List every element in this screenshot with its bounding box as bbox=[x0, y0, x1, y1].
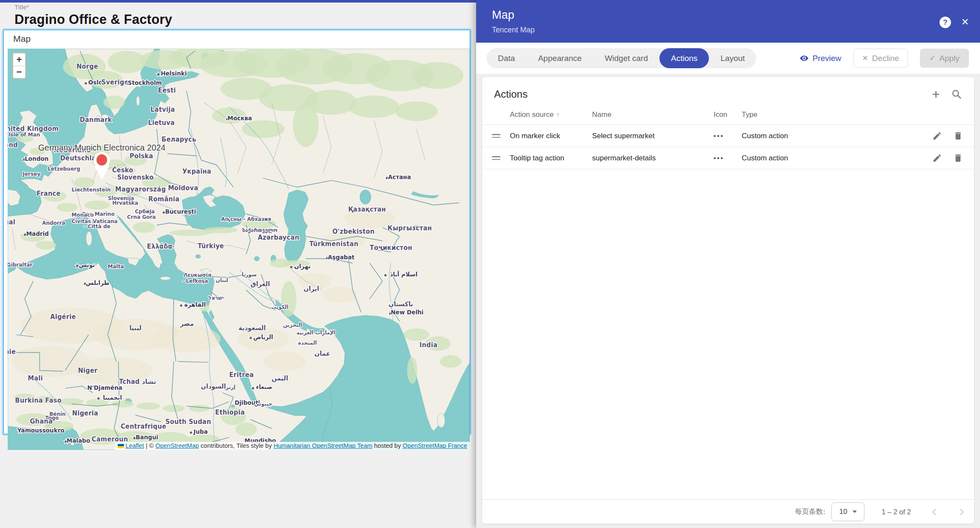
capital-star-icon: ★ bbox=[96, 395, 101, 400]
map-place-label: Eesti bbox=[158, 86, 176, 93]
map-place-label: London bbox=[25, 155, 49, 162]
drag-handle-icon[interactable] bbox=[492, 154, 500, 162]
marker-dot bbox=[96, 154, 107, 165]
map-place-label: السودان bbox=[201, 383, 226, 390]
map-place-label: nie bbox=[8, 348, 16, 355]
paginator: 每页条数: 10 1 – 2 of 2 bbox=[482, 499, 974, 524]
action-name-cell: supermarket-details bbox=[592, 154, 714, 162]
tab-layout[interactable]: Layout bbox=[709, 48, 756, 68]
action-row[interactable]: On marker click Select supermarket ••• C… bbox=[482, 125, 974, 147]
hot-team-link[interactable]: Humanitarian OpenStreetMap Team bbox=[274, 442, 373, 449]
action-row[interactable]: Tooltip tag action supermarket-details •… bbox=[482, 147, 974, 169]
map-place-label: Monaco bbox=[72, 212, 94, 218]
column-name[interactable]: Name bbox=[592, 110, 714, 119]
tab-data[interactable]: Data bbox=[486, 48, 526, 68]
map-place-label: Mali bbox=[28, 374, 43, 381]
decline-x-icon: ✕ bbox=[862, 54, 868, 63]
edit-action-icon[interactable] bbox=[932, 153, 942, 163]
search-icon[interactable] bbox=[951, 89, 962, 100]
delete-action-icon[interactable] bbox=[953, 131, 963, 141]
delete-action-icon[interactable] bbox=[953, 153, 963, 163]
map-place-label: اسلام آباد bbox=[390, 271, 417, 278]
map-place-label: ايران bbox=[304, 285, 319, 293]
map-place-label: سوريا bbox=[242, 272, 257, 278]
map-place-label: O'zbekiston bbox=[332, 227, 375, 235]
map-place-label: Norge bbox=[76, 63, 98, 70]
actions-table-header: Action source↑ Name Icon Type bbox=[482, 104, 974, 125]
map-place-label: gal bbox=[8, 218, 15, 225]
map-place-label: Аҧсны - Абхазия bbox=[221, 216, 271, 222]
map-place-label: Bangui bbox=[136, 434, 158, 441]
map-place-label: Stockholm bbox=[128, 79, 162, 86]
capital-star-icon: ★ bbox=[179, 302, 183, 308]
decline-button[interactable]: ✕ Decline bbox=[853, 49, 908, 68]
map-place-label: Србија bbox=[135, 208, 155, 214]
column-action-source[interactable]: Action source↑ bbox=[510, 110, 592, 119]
marker-tooltip-label: Germany Munich Electronica 2024 bbox=[38, 142, 165, 152]
action-source-cell: Tooltip tag action bbox=[510, 154, 592, 162]
capital-star-icon: ★ bbox=[156, 72, 161, 77]
map-place-label: ليبيا bbox=[129, 324, 142, 331]
map-place-label: Latvija bbox=[150, 105, 175, 113]
widget-title: Map bbox=[13, 34, 31, 44]
map-place-label: Niger bbox=[78, 366, 98, 374]
action-type-cell: Custom action bbox=[742, 154, 923, 162]
map-place-label: Türkmenistan bbox=[309, 240, 358, 247]
map-container[interactable]: Norge★OsloSverige★Stockholm★HelsinkiEest… bbox=[8, 49, 470, 450]
close-icon[interactable]: ✕ bbox=[959, 16, 971, 28]
more-horiz-icon: ••• bbox=[714, 132, 724, 139]
map-place-label: N'Djaména bbox=[87, 384, 122, 391]
map-place-label: Ghana bbox=[30, 418, 53, 425]
tab-appearance[interactable]: Appearance bbox=[526, 48, 593, 68]
tab-widget-card[interactable]: Widget card bbox=[593, 48, 659, 68]
map-attribution: Leaflet | © OpenStreetMap contributors, … bbox=[115, 442, 470, 450]
map-canvas[interactable]: Norge★OsloSverige★Stockholm★HelsinkiEest… bbox=[8, 49, 470, 450]
apply-button[interactable]: ✓ Apply bbox=[920, 49, 969, 68]
capital-star-icon: ★ bbox=[289, 264, 293, 269]
edit-action-icon[interactable] bbox=[932, 131, 942, 141]
map-place-label: البحرين bbox=[283, 322, 302, 328]
decline-label: Decline bbox=[872, 54, 899, 63]
apply-label: Apply bbox=[939, 54, 960, 63]
map-place-label: Астана bbox=[388, 174, 411, 180]
add-action-icon[interactable]: + bbox=[932, 89, 940, 99]
map-place-label: اليمن bbox=[272, 374, 288, 382]
map-place-label: Crna Gora bbox=[127, 214, 156, 220]
items-per-page-select[interactable]: 10 bbox=[831, 502, 864, 521]
tab-actions[interactable]: Actions bbox=[659, 48, 709, 68]
more-horiz-icon: ••• bbox=[714, 154, 724, 162]
dashboard-title-field[interactable]: Title* Dragino Office & Factory bbox=[14, 3, 172, 27]
leaflet-link[interactable]: Leaflet bbox=[125, 442, 144, 449]
map-place-label: Ελλάδα bbox=[147, 243, 173, 250]
map-place-label: New Delhi bbox=[391, 309, 424, 316]
map-place-label: Yamoussoukro bbox=[17, 427, 64, 434]
prev-page-icon[interactable] bbox=[932, 508, 939, 515]
zoom-in-button[interactable]: + bbox=[13, 53, 25, 66]
osm-france-link[interactable]: OpenStreetMap France bbox=[402, 442, 467, 449]
panel-toolbar: Data Appearance Widget card Actions Layo… bbox=[476, 43, 980, 74]
map-widget-card[interactable]: Map bbox=[3, 29, 471, 435]
zoom-out-button[interactable]: − bbox=[13, 66, 25, 78]
drag-handle-icon[interactable] bbox=[492, 132, 500, 139]
osm-link[interactable]: OpenStreetMap bbox=[155, 442, 199, 449]
map-place-label: Lietuva bbox=[148, 119, 175, 126]
map-place-label: Juba bbox=[193, 428, 208, 435]
map-place-label: Helsinki bbox=[161, 70, 187, 77]
action-name-cell: Select supermarket bbox=[592, 132, 714, 140]
map-place-label: - Città de bbox=[84, 223, 110, 229]
preview-button[interactable]: Preview bbox=[800, 54, 841, 63]
map-place-label: Україна bbox=[182, 168, 211, 175]
next-page-icon[interactable] bbox=[957, 508, 964, 515]
map-place-label: Magyarország bbox=[115, 186, 166, 193]
map-place-label: Jersey bbox=[22, 171, 40, 177]
map-place-label: Tchad تشاد bbox=[119, 378, 156, 385]
map-place-label: Беларусь bbox=[162, 136, 196, 143]
help-icon[interactable]: ? bbox=[940, 17, 951, 28]
settings-tabs: Data Appearance Widget card Actions Layo… bbox=[486, 48, 756, 68]
map-place-label: Isle of Man bbox=[9, 132, 40, 138]
map-place-label: Andorra bbox=[42, 220, 65, 226]
dashboard-title: Dragino Office & Factory bbox=[14, 12, 172, 27]
map-place-label: Moldova bbox=[168, 184, 198, 191]
map-place-label: الكويت bbox=[271, 304, 288, 310]
map-place-label: România bbox=[148, 195, 179, 203]
